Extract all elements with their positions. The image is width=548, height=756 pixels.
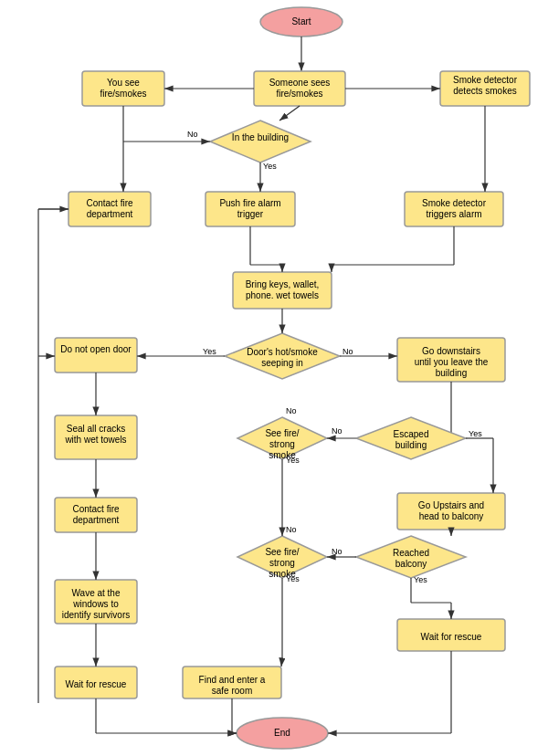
wave-windows-label: Wave at the	[72, 588, 121, 598]
bring-keys-label2: phone. wet towels	[246, 290, 319, 300]
contact-fire-dept-1-label2: department	[87, 209, 133, 219]
go-downstairs-label3: building	[436, 368, 467, 378]
no-label-escaped: No	[332, 426, 342, 436]
seal-cracks-label2: with wet towels	[64, 435, 126, 445]
escaped-label: Escaped	[394, 429, 429, 439]
contact-fire-dept-1-label: Contact fire	[86, 198, 133, 208]
go-upstairs-label: Go Upstairs and	[418, 500, 484, 510]
no-label-door: No	[342, 347, 353, 356]
someone-sees-label2: fire/smokes	[276, 89, 322, 99]
yes-label-reached: Yes	[414, 575, 427, 584]
yes-label-see-fire-2: Yes	[286, 574, 300, 583]
reached-balcony-label: Reached	[393, 548, 429, 558]
you-see-label: You see	[107, 78, 140, 88]
no-label-diamond: No	[187, 130, 198, 139]
bring-keys-label: Bring keys, wallet,	[246, 279, 320, 289]
smoke-trigger-label2: triggers alarm	[426, 209, 481, 219]
no-label-reached: No	[332, 547, 342, 556]
push-alarm-label2: trigger	[237, 209, 264, 219]
door-hot-label: Door's hot/smoke	[247, 347, 318, 357]
find-safe-room-label: Find and enter a	[199, 675, 266, 685]
door-hot-label2: seeping in	[261, 358, 303, 368]
go-downstairs-label: Go downstairs	[422, 346, 480, 356]
do-not-open-label: Do not open door	[60, 344, 132, 354]
find-safe-room-label2: safe room	[212, 686, 252, 696]
no-label-see-fire-2: No	[286, 525, 297, 534]
arrow-sf2-to-safe	[281, 657, 282, 667]
seal-cracks-label: Seal all cracks	[67, 424, 125, 434]
wait-rescue-right-label: Wait for rescue	[421, 632, 482, 642]
see-fire-2-label: See fire/	[265, 547, 299, 557]
wait-rescue-left-label: Wait for rescue	[66, 679, 127, 689]
yes-label-door: Yes	[203, 347, 216, 356]
see-fire-2-label2: strong	[269, 558, 295, 568]
arrow-someone-to-diamond	[279, 106, 300, 121]
someone-sees-label: Someone sees	[269, 78, 331, 88]
no-label-see-fire-1: No	[286, 406, 297, 415]
go-downstairs-label2: until you leave the	[415, 357, 489, 367]
yes-label-escaped: Yes	[469, 429, 482, 438]
see-fire-1-label2: strong	[269, 439, 295, 449]
you-see-label2: fire/smokes	[100, 89, 146, 99]
wave-windows-label2: windows to	[72, 599, 119, 609]
smoke-trigger-label: Smoke detector	[422, 198, 487, 208]
contact-fire-dept-2-label2: department	[73, 515, 120, 525]
in-building-label: In the building	[232, 132, 289, 142]
go-upstairs-label2: head to balcony	[419, 511, 484, 521]
reached-balcony-label2: balcony	[395, 559, 427, 569]
wave-windows-label3: identify survivors	[62, 610, 130, 620]
see-fire-1-label: See fire/	[265, 428, 299, 438]
start-label: Start	[291, 16, 311, 26]
push-alarm-label: Push fire alarm	[219, 198, 280, 208]
smoke-detector-label: Smoke detector	[453, 75, 518, 85]
yes-label-see-fire-1: Yes	[286, 456, 300, 465]
contact-fire-dept-2-label: Contact fire	[72, 504, 120, 514]
escaped-label2: building	[395, 440, 427, 450]
end-label: End	[274, 728, 290, 738]
smoke-detector-label2: detects smokes	[453, 86, 516, 96]
yes-label-diamond: Yes	[263, 162, 277, 171]
